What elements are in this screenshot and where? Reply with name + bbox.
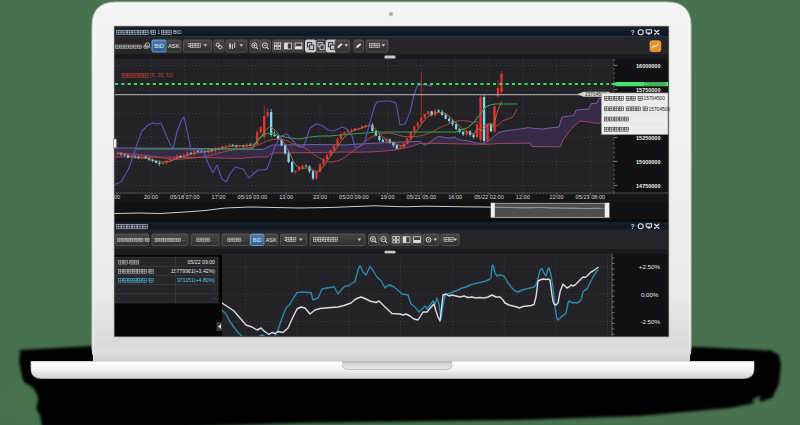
svg-text:ASK: ASK bbox=[266, 237, 277, 243]
svg-text:BID: BID bbox=[173, 29, 182, 35]
svg-text:...: ... bbox=[182, 237, 186, 242]
svg-text:BID: BID bbox=[253, 237, 262, 243]
svg-text:15779961(+3.42%): 15779961(+3.42%) bbox=[171, 268, 216, 274]
svg-text:371151(+4.80%): 371151(+4.80%) bbox=[177, 277, 215, 283]
svg-text:(9, 26, 52): (9, 26, 52) bbox=[150, 72, 174, 78]
svg-text:0.00%: 0.00% bbox=[641, 291, 659, 298]
svg-text:?: ? bbox=[631, 29, 635, 36]
svg-text:05/22 09:00: 05/22 09:00 bbox=[188, 259, 216, 265]
svg-text:+2.50%: +2.50% bbox=[639, 263, 661, 270]
svg-text:1: 1 bbox=[157, 29, 160, 35]
svg-text:15704500: 15704500 bbox=[644, 96, 666, 101]
svg-text:15750000: 15750000 bbox=[636, 87, 660, 93]
svg-text:?: ? bbox=[631, 223, 635, 230]
svg-text:ASK: ASK bbox=[168, 43, 180, 49]
svg-text:15250000: 15250000 bbox=[636, 135, 660, 141]
svg-text:-: - bbox=[213, 295, 215, 301]
svg-text:1: 1 bbox=[188, 42, 191, 48]
svg-text:14750000: 14750000 bbox=[636, 183, 660, 189]
svg-text:15000000: 15000000 bbox=[636, 159, 660, 165]
svg-text:15704500: 15704500 bbox=[649, 107, 671, 112]
svg-text:-: - bbox=[213, 286, 215, 292]
svg-text:BID: BID bbox=[154, 43, 164, 49]
svg-text:-2.50%: -2.50% bbox=[640, 318, 660, 325]
svg-text:16000000: 16000000 bbox=[636, 63, 660, 69]
